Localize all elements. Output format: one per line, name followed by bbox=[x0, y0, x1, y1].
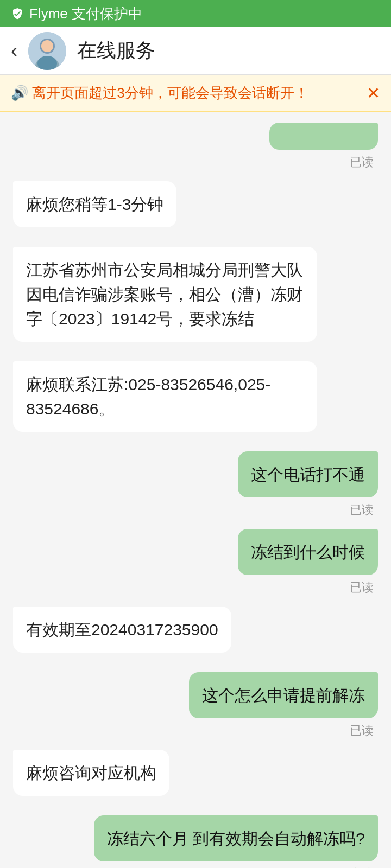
warning-banner: 🔊 离开页面超过3分钟，可能会导致会话断开！ ✕ bbox=[0, 75, 391, 112]
message-row: 麻烦咨询对应机构 bbox=[13, 750, 378, 796]
back-button[interactable]: ‹ bbox=[11, 40, 17, 62]
shield-icon bbox=[11, 7, 24, 20]
message-row: 麻烦联系江苏:025-83526546,025-83524686。 bbox=[13, 361, 378, 432]
avatar bbox=[28, 32, 66, 70]
read-status: 已读 bbox=[13, 154, 378, 170]
message-row: 冻结到什么时候 bbox=[13, 529, 378, 575]
message-bubble: 有效期至20240317235900 bbox=[13, 607, 231, 653]
chat-area: 已读 麻烦您稍等1-3分钟 江苏省苏州市公安局相城分局刑警大队 因电信诈骗涉案账… bbox=[0, 112, 391, 868]
message-row: 有效期至20240317235900 bbox=[13, 607, 378, 653]
message-row: 麻烦您稍等1-3分钟 bbox=[13, 181, 378, 227]
message-row: 江苏省苏州市公安局相城分局刑警大队 因电信诈骗涉案账号，相公（漕）冻财字〔202… bbox=[13, 247, 378, 342]
message-bubble: 冻结到什么时候 bbox=[238, 529, 378, 575]
message-bubble: 冻结六个月 到有效期会自动解冻吗? bbox=[94, 815, 378, 861]
message-bubble: 江苏省苏州市公安局相城分局刑警大队 因电信诈骗涉案账号，相公（漕）冻财字〔202… bbox=[13, 247, 317, 342]
message-row bbox=[13, 123, 378, 150]
message-row: 冻结六个月 到有效期会自动解冻吗? bbox=[13, 815, 378, 861]
message-bubble: 麻烦联系江苏:025-83526546,025-83524686。 bbox=[13, 361, 317, 432]
header: ‹ 在线服务 bbox=[0, 27, 391, 75]
message-bubble: 麻烦您稍等1-3分钟 bbox=[13, 181, 176, 227]
warning-text: 🔊 离开页面超过3分钟，可能会导致会话断开！ bbox=[11, 84, 308, 103]
message-row: 这个电话打不通 bbox=[13, 451, 378, 497]
message-bubble: 麻烦咨询对应机构 bbox=[13, 750, 169, 796]
page-title: 在线服务 bbox=[77, 37, 155, 64]
message-bubble: 这个怎么申请提前解冻 bbox=[189, 672, 378, 718]
read-status: 已读 bbox=[13, 723, 378, 739]
read-status: 已读 bbox=[13, 579, 378, 596]
message-row: 这个怎么申请提前解冻 bbox=[13, 672, 378, 718]
status-bar: Flyme 支付保护中 bbox=[0, 0, 391, 27]
read-status-unread: 未读 bbox=[13, 866, 378, 868]
svg-point-3 bbox=[41, 40, 53, 52]
status-bar-text: Flyme 支付保护中 bbox=[29, 4, 142, 23]
message-bubble: 这个电话打不通 bbox=[238, 451, 378, 497]
close-warning-button[interactable]: ✕ bbox=[367, 84, 380, 103]
read-status: 已读 bbox=[13, 502, 378, 518]
message-bubble bbox=[269, 123, 378, 150]
